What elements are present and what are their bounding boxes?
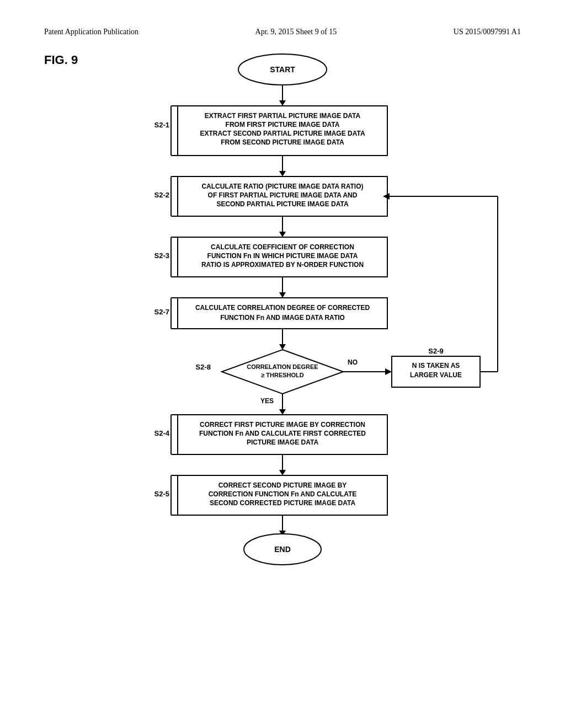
svg-text:FROM FIRST PICTURE IMAGE DATA: FROM FIRST PICTURE IMAGE DATA [226,121,340,129]
svg-marker-49 [385,368,392,375]
svg-rect-34 [178,298,387,329]
svg-text:≥  THRESHOLD: ≥ THRESHOLD [261,372,304,378]
svg-text:SECOND PARTIAL PICTURE IMAGE D: SECOND PARTIAL PICTURE IMAGE DATA [216,200,348,208]
svg-text:CORRECTION FUNCTION Fn AND CAL: CORRECTION FUNCTION Fn AND CALCULATE [209,490,357,498]
svg-text:SECOND CORRECTED PICTURE IMAGE: SECOND CORRECTED PICTURE IMAGE DATA [210,499,356,507]
header-center: Apr. 9, 2015 Sheet 9 of 15 [255,28,337,36]
svg-text:S2-4: S2-4 [154,429,170,437]
svg-marker-2 [279,100,286,106]
svg-text:CALCULATE RATIO (PICTURE IMAGE: CALCULATE RATIO (PICTURE IMAGE DATA RATI… [201,183,363,190]
svg-text:FUNCTION Fn AND CALCULATE FIRS: FUNCTION Fn AND CALCULATE FIRST CORRECTE… [199,430,366,437]
svg-text:S2-3: S2-3 [154,251,169,260]
svg-text:YES: YES [260,397,274,405]
svg-text:FROM SECOND PICTURE IMAGE DATA: FROM SECOND PICTURE IMAGE DATA [221,138,344,146]
svg-marker-13 [279,171,286,176]
svg-text:CORRELATION DEGREE: CORRELATION DEGREE [247,363,318,370]
svg-text:NO: NO [348,358,358,366]
svg-text:FUNCTION Fn AND IMAGE DATA RAT: FUNCTION Fn AND IMAGE DATA RATIO [220,314,345,322]
page: Patent Application Publication Apr. 9, 2… [0,0,565,728]
svg-text:S2-9: S2-9 [428,347,443,355]
svg-text:CALCULATE COEFFICIENT OF CORRE: CALCULATE COEFFICIENT OF CORRECTION [211,243,354,251]
fig-label: FIG. 9 [44,53,78,67]
svg-text:S2-2: S2-2 [154,191,169,199]
svg-text:CALCULATE CORRELATION DEGREE O: CALCULATE CORRELATION DEGREE OF CORRECTE… [195,304,370,312]
svg-text:S2-1: S2-1 [154,121,169,129]
header-right: US 2015/0097991 A1 [454,28,521,36]
svg-text:LARGER VALUE: LARGER VALUE [410,371,462,379]
svg-text:EXTRACT SECOND PARTIAL PICTURE: EXTRACT SECOND PARTIAL PICTURE IMAGE DAT… [200,130,365,137]
svg-text:RATIO IS APPROXIMATED BY N-ORD: RATIO IS APPROXIMATED BY N-ORDER FUNCTIO… [201,261,364,269]
svg-text:CORRECT SECOND PICTURE IMAGE B: CORRECT SECOND PICTURE IMAGE BY [218,481,347,489]
svg-marker-33 [279,292,286,298]
svg-text:S2-5: S2-5 [154,490,169,498]
svg-text:OF FIRST PARTIAL PICTURE IMAGE: OF FIRST PARTIAL PICTURE IMAGE DATA AND [208,191,358,199]
svg-text:S2-7: S2-7 [154,308,169,316]
start-label: START [270,65,295,74]
header-left: Patent Application Publication [44,28,138,36]
svg-marker-42 [279,344,286,350]
svg-text:N IS TAKEN AS: N IS TAKEN AS [412,362,460,370]
svg-text:PICTURE IMAGE DATA: PICTURE IMAGE DATA [247,438,319,446]
svg-marker-70 [279,470,286,475]
svg-text:END: END [274,545,291,554]
svg-marker-60 [279,409,286,415]
flowchart-svg: START EXTRACT FIRST PARTIAL PICTURE IMAG… [45,47,520,671]
svg-text:S2-8: S2-8 [196,363,211,371]
svg-text:CORRECT FIRST PICTURE IMAGE BY: CORRECT FIRST PICTURE IMAGE BY CORRECTIO… [200,421,365,429]
svg-text:EXTRACT FIRST PARTIAL PICTURE : EXTRACT FIRST PARTIAL PICTURE IMAGE DATA [205,112,361,120]
svg-text:FUNCTION Fn IN WHICH PICTURE I: FUNCTION Fn IN WHICH PICTURE IMAGE DATA [207,252,358,260]
svg-marker-23 [279,232,286,237]
